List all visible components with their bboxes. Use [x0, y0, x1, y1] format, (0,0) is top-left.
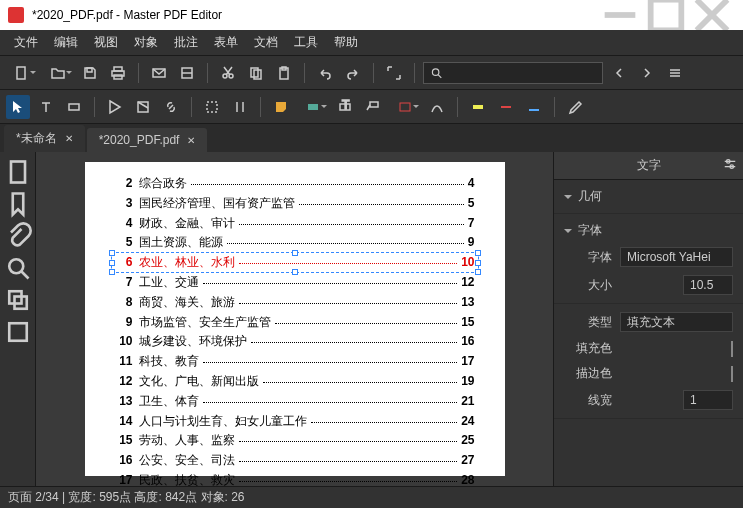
pencil-tool[interactable] [425, 95, 449, 119]
shape-tool[interactable] [389, 95, 421, 119]
email-button[interactable] [147, 61, 171, 85]
stroke-color-swatch[interactable] [731, 366, 733, 382]
svg-rect-8 [114, 75, 122, 79]
edit-text-tool[interactable] [62, 95, 86, 119]
rect-select-tool[interactable] [200, 95, 224, 119]
attachments-button[interactable] [4, 222, 32, 250]
toc-line[interactable]: 6农业、林业、水利10 [115, 254, 475, 271]
menu-doc[interactable]: 文档 [246, 30, 286, 55]
svg-rect-5 [87, 68, 92, 72]
linewidth-label: 线宽 [564, 392, 612, 409]
toc-line[interactable]: 11科技、教育17 [115, 353, 475, 370]
toc-line[interactable]: 15劳动、人事、监察25 [115, 432, 475, 449]
panel-title: 文字 [554, 152, 743, 180]
properties-panel: 文字 几何 字体 字体 大小 类型 填充色 描边色 线宽 [553, 152, 743, 486]
sign-tool[interactable] [563, 95, 587, 119]
signatures-button[interactable] [4, 318, 32, 346]
thumbnails-button[interactable] [4, 158, 32, 186]
menu-edit[interactable]: 编辑 [46, 30, 86, 55]
cut-button[interactable] [216, 61, 240, 85]
bookmarks-button[interactable] [4, 190, 32, 218]
search-input[interactable] [443, 66, 596, 80]
close-icon[interactable]: ✕ [187, 135, 195, 146]
toc-line[interactable]: 2综合政务4 [115, 175, 475, 192]
svg-text:T: T [342, 99, 350, 112]
note-tool[interactable] [269, 95, 293, 119]
close-icon[interactable]: ✕ [65, 133, 73, 144]
menu-tools[interactable]: 工具 [286, 30, 326, 55]
font-input[interactable] [620, 247, 733, 267]
linewidth-input[interactable] [683, 390, 733, 410]
menu-form[interactable]: 表单 [206, 30, 246, 55]
menu-annot[interactable]: 批注 [166, 30, 206, 55]
size-label: 大小 [564, 277, 612, 294]
svg-rect-35 [473, 105, 483, 109]
maximize-button[interactable] [643, 0, 689, 30]
save-button[interactable] [78, 61, 102, 85]
highlight-tool[interactable] [466, 95, 490, 119]
link-tool[interactable] [159, 95, 183, 119]
open-button[interactable] [42, 61, 74, 85]
edit-form-tool[interactable] [131, 95, 155, 119]
menu-object[interactable]: 对象 [126, 30, 166, 55]
svg-rect-1 [651, 0, 682, 30]
tab-1[interactable]: *2020_PDF.pdf✕ [87, 128, 208, 152]
menu-view[interactable]: 视图 [86, 30, 126, 55]
toc-line[interactable]: 4财政、金融、审计7 [115, 215, 475, 232]
panel-settings-icon[interactable] [723, 157, 737, 174]
svg-rect-34 [400, 103, 410, 111]
search-next-button[interactable] [635, 61, 659, 85]
document-tabs: *未命名✕ *2020_PDF.pdf✕ [0, 124, 743, 152]
search-options-button[interactable] [663, 61, 687, 85]
type-input[interactable] [620, 312, 733, 332]
toc-line[interactable]: 17民政、扶贫、救灾28 [115, 472, 475, 486]
copy-button[interactable] [244, 61, 268, 85]
minimize-button[interactable] [597, 0, 643, 30]
fit-button[interactable] [382, 61, 406, 85]
textbox-tool[interactable]: T [333, 95, 357, 119]
scan-button[interactable] [175, 61, 199, 85]
toc-line[interactable]: 13卫生、体育21 [115, 393, 475, 410]
toc-line[interactable]: 12文化、广电、新闻出版19 [115, 373, 475, 390]
edit-doc-tool[interactable] [103, 95, 127, 119]
svg-point-18 [432, 68, 438, 74]
vert-text-tool[interactable] [228, 95, 252, 119]
strikeout-tool[interactable] [494, 95, 518, 119]
close-button[interactable] [689, 0, 735, 30]
toc-line[interactable]: 10城乡建设、环境保护16 [115, 333, 475, 350]
search-box[interactable] [423, 62, 603, 84]
text-tool[interactable] [34, 95, 58, 119]
stamp-tool[interactable] [297, 95, 329, 119]
menu-file[interactable]: 文件 [6, 30, 46, 55]
undo-button[interactable] [313, 61, 337, 85]
size-input[interactable] [683, 275, 733, 295]
toc-line[interactable]: 8商贸、海关、旅游13 [115, 294, 475, 311]
toc-line[interactable]: 3国民经济管理、国有资产监管5 [115, 195, 475, 212]
toc-line[interactable]: 14人口与计划生育、妇女儿童工作24 [115, 413, 475, 430]
edit-toolbar: T [0, 90, 743, 124]
tab-0[interactable]: *未命名✕ [4, 125, 85, 152]
search-panel-button[interactable] [4, 254, 32, 282]
underline-tool[interactable] [522, 95, 546, 119]
paste-button[interactable] [272, 61, 296, 85]
fill-color-swatch[interactable] [731, 341, 733, 357]
pdf-page: 2综合政务43国民经济管理、国有资产监管54财政、金融、审计75国土资源、能源9… [85, 162, 505, 476]
callout-tool[interactable] [361, 95, 385, 119]
new-button[interactable] [6, 61, 38, 85]
toc-line[interactable]: 7工业、交通12 [115, 274, 475, 291]
toc-line[interactable]: 9市场监管、安全生产监管15 [115, 314, 475, 331]
svg-point-39 [9, 259, 23, 273]
toc-line[interactable]: 5国土资源、能源9 [115, 234, 475, 251]
redo-button[interactable] [341, 61, 365, 85]
type-label: 类型 [564, 314, 612, 331]
document-area[interactable]: 2综合政务43国民经济管理、国有资产监管54财政、金融、审计75国土资源、能源9… [36, 152, 553, 486]
layers-button[interactable] [4, 286, 32, 314]
print-button[interactable] [106, 61, 130, 85]
toc-line[interactable]: 16公安、安全、司法27 [115, 452, 475, 469]
select-tool[interactable] [6, 95, 30, 119]
font-section[interactable]: 字体 [564, 218, 733, 243]
geometry-section[interactable]: 几何 [564, 184, 733, 209]
window-title: *2020_PDF.pdf - Master PDF Editor [32, 8, 597, 22]
search-prev-button[interactable] [607, 61, 631, 85]
menu-help[interactable]: 帮助 [326, 30, 366, 55]
